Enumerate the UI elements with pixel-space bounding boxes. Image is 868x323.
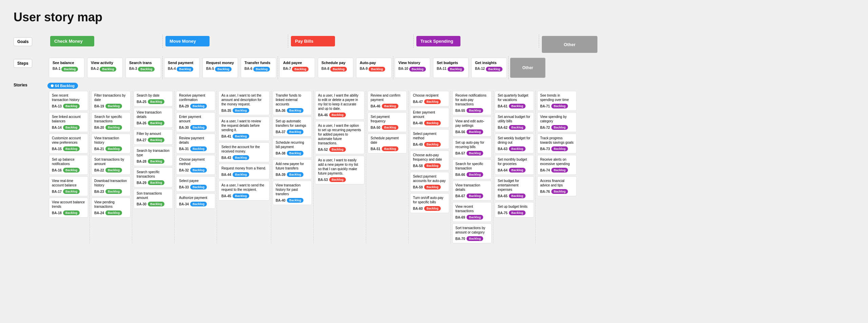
step-ba11[interactable]: Set budgets BA-11Backlog (433, 58, 469, 78)
story-ba57[interactable]: Set up auto-pay for recurring billsBA-57… (452, 138, 492, 158)
story-ba58[interactable]: Choose auto-pay frequency and dateBA-58B… (410, 150, 449, 170)
story-ba36[interactable]: Transfer funds to linked external accoun… (273, 91, 312, 115)
story-ba61[interactable]: Set quarterly budget for vacationsBA-61B… (495, 91, 534, 111)
story-ba-search[interactable]: Search specific transactionsBA-29Backlog (134, 167, 173, 187)
story-ba15[interactable]: Customize account view preferencesBA-15B… (49, 134, 88, 154)
story-ba52[interactable]: As a user, I want the option to set up r… (315, 121, 364, 154)
goals-row: Goals Check Money Move Money Pay Bills T… (14, 35, 854, 54)
story-ba53[interactable]: As a user, I want to easily add a new pa… (315, 156, 364, 184)
story-col-ba10: Receive notifications for auto-pay trans… (451, 91, 493, 243)
story-ba-son[interactable]: Son transactions amountBA-30Backlog (134, 189, 173, 209)
story-ba13[interactable]: See recent transaction historyBA-13Backl… (49, 91, 88, 111)
step-other[interactable]: Other (510, 58, 546, 78)
story-ba73[interactable]: Track progress towards savings goalsBA-7… (537, 134, 577, 154)
story-ba24[interactable]: View pending transactionsBA-24Backlog (91, 198, 131, 218)
story-ba22[interactable]: Sort transactions by amountBA-22Backlog (91, 155, 131, 175)
story-ba20[interactable]: Search for specific transactionsBA-20Bac… (91, 112, 131, 132)
story-ba65[interactable]: Set budget for entertainment expensesBA-… (495, 176, 534, 201)
story-col-ba9: Choose recipientBA-47Backlog Enter payme… (409, 91, 451, 243)
story-ba71[interactable]: See trends in spending over timeBA-71Bac… (537, 91, 577, 111)
story-ba-review-details[interactable]: Review payment detailsBA-31Backlog (176, 134, 215, 154)
story-ba17[interactable]: View real-time account balanceBA-17Backl… (49, 176, 88, 196)
story-ba-enter-amount[interactable]: Enter payment amountBA-30Backlog (176, 112, 215, 132)
step-ba2[interactable]: View activity BA-2Backlog (87, 58, 123, 78)
story-ba64[interactable]: Set monthly budget for groceriesBA-64Bac… (495, 155, 534, 175)
backlog-count: 64 Backlog (55, 84, 75, 88)
story-ba26[interactable]: View transaction detailsBA-26Backlog (134, 108, 173, 128)
story-ba43[interactable]: Select the account for the received mone… (218, 142, 270, 162)
story-col-ba11: Set quarterly budget for vacationsBA-61B… (493, 91, 536, 243)
goal-move-money[interactable]: Move Money (165, 36, 210, 46)
step-ba10[interactable]: View history BA-10Backlog (395, 58, 430, 78)
story-ba39[interactable]: Add new payee for future transfersBA-39B… (273, 159, 312, 179)
story-ba38[interactable]: Schedule recurring bill paymentBA-38Back… (273, 138, 312, 158)
story-ba46[interactable]: As a user, I want the ability to edit or… (315, 91, 364, 120)
story-ba50[interactable]: Set payment frequencyBA-50Backlog (368, 112, 407, 132)
story-col-ba1: See recent transaction historyBA-13Backl… (47, 91, 90, 243)
story-ba45[interactable]: As a user, I want to send the request to… (218, 181, 270, 201)
story-col-ba8: Review and confirm paymentBA-46Backlog S… (366, 91, 409, 243)
story-ba66[interactable]: Search for specific transactionBA-66Back… (452, 159, 492, 179)
story-ba-choose-method[interactable]: Choose payment methodBA-32Backlog (176, 155, 215, 175)
story-ba55[interactable]: Receive notifications for auto-pay trans… (452, 91, 492, 115)
backlog-badge: 64 Backlog (47, 83, 78, 89)
story-ba-recv-confirm[interactable]: Receive payment confirmationBA-29Backlog (176, 91, 215, 111)
step-ba9[interactable]: Auto-pay BA-9Backlog (356, 58, 392, 78)
story-ba21[interactable]: View transaction historyBA-21Backlog (91, 134, 131, 154)
story-col-ba2: Filter transactions by dateBA-19Backlog … (90, 91, 132, 243)
story-ba44[interactable]: Request money from a friend.BA-44Backlog (218, 164, 270, 179)
story-ba72[interactable]: View spending by categoryBA-72Backlog (537, 112, 577, 132)
story-ba37[interactable]: Set up automatic transfers for savingsBA… (273, 117, 312, 137)
story-ba41[interactable]: As a user, I want to review the request … (218, 117, 270, 141)
story-ba63[interactable]: Set weekly budget for dining outBA-63Bac… (495, 134, 534, 154)
goal-pay-bills[interactable]: Pay Bills (291, 36, 335, 46)
story-ba27[interactable]: Filter by amountBA-27Backlog (134, 129, 173, 145)
story-ba67[interactable]: View transaction detailsBA-67Backlog (452, 181, 492, 201)
story-ba49[interactable]: Select payment methodBA-49Backlog (410, 129, 449, 149)
step-ba5[interactable]: Request money BA-5Backlog (202, 58, 238, 78)
story-ba56[interactable]: View and edit auto-pay settingsBA-56Back… (452, 117, 492, 137)
story-ba76[interactable]: Access financial advice and tipsBA-76Bac… (537, 176, 577, 196)
page-title: User story map (14, 10, 854, 24)
step-ba7[interactable]: Add payee BA-7Backlog (279, 58, 315, 78)
story-ba47[interactable]: Choose recipientBA-47Backlog (410, 91, 449, 106)
story-ba74[interactable]: Receive alerts on excessive spendingBA-7… (537, 155, 577, 175)
story-ba46b[interactable]: Review and confirm paymentBA-46Backlog (368, 91, 407, 111)
story-ba-authorize[interactable]: Authorize paymentBA-34Backlog (176, 193, 215, 209)
stories-label-container: Stories (14, 83, 47, 87)
step-ba4[interactable]: Send payment BA-4Backlog (164, 58, 200, 78)
story-col-ba7: As a user, I want the ability to edit or… (314, 91, 366, 243)
story-ba28[interactable]: Search by transaction typeBA-28Backlog (134, 146, 173, 166)
steps-label: Steps (14, 59, 32, 68)
step-ba8[interactable]: Schedule pay BA-8Backlog (318, 58, 353, 78)
story-col-ba4: Receive payment confirmationBA-29Backlog… (175, 91, 217, 243)
story-col-ba3: Search by dateBA-25Backlog View transact… (132, 91, 175, 243)
story-ba19[interactable]: Filter transactions by dateBA-19Backlog (91, 91, 131, 111)
story-col-ba6: Transfer funds to linked external accoun… (271, 91, 314, 243)
goal-track-spending[interactable]: Track Spending (416, 36, 460, 46)
story-ba60[interactable]: Turn on/off auto-pay for specific billsB… (410, 193, 449, 213)
story-ba70[interactable]: Sort transactions by amount or categoryB… (452, 223, 492, 243)
story-ba62[interactable]: Set annual budget for utility billsBA-62… (495, 112, 534, 132)
story-ba35[interactable]: As a user, I want to set the amount and … (218, 91, 270, 115)
story-ba18[interactable]: View account balance trendsBA-18Backlog (49, 198, 88, 218)
step-ba3[interactable]: Search trans BA-3Backlog (125, 58, 161, 78)
story-ba23[interactable]: Download transaction historyBA-23Backlog (91, 176, 131, 196)
story-ba69[interactable]: View recent transactionsBA-69Backlog (452, 202, 492, 222)
goal-check-money[interactable]: Check Money (50, 36, 94, 46)
story-ba14[interactable]: See linked account balancesBA-14Backlog (49, 112, 88, 132)
goals-label-container: Goals (14, 35, 47, 46)
story-ba59[interactable]: Select payment accounts for auto-payBA-5… (410, 172, 449, 192)
story-ba51[interactable]: Schedule payment dateBA-51Backlog (368, 134, 407, 154)
story-ba25[interactable]: Search by dateBA-25Backlog (134, 91, 173, 106)
story-ba-select-payee[interactable]: Select payeeBA-33Backlog (176, 176, 215, 192)
story-ba16[interactable]: Set up balance notificationsBA-16Backlog (49, 155, 88, 175)
step-ba6[interactable]: Transfer funds BA-6Backlog (241, 58, 276, 78)
step-ba12[interactable]: Get insights BA-12Backlog (471, 58, 507, 78)
story-ba75[interactable]: Set up budget limitsBA-75Backlog (495, 202, 534, 218)
story-ba48[interactable]: Enter payment amountBA-48Backlog (410, 108, 449, 128)
goals-label: Goals (14, 37, 32, 46)
step-ba1[interactable]: See balance BA-1Backlog (49, 58, 84, 78)
story-ba40[interactable]: View transaction history for past transf… (273, 181, 312, 205)
goal-other[interactable]: Other (542, 36, 597, 53)
